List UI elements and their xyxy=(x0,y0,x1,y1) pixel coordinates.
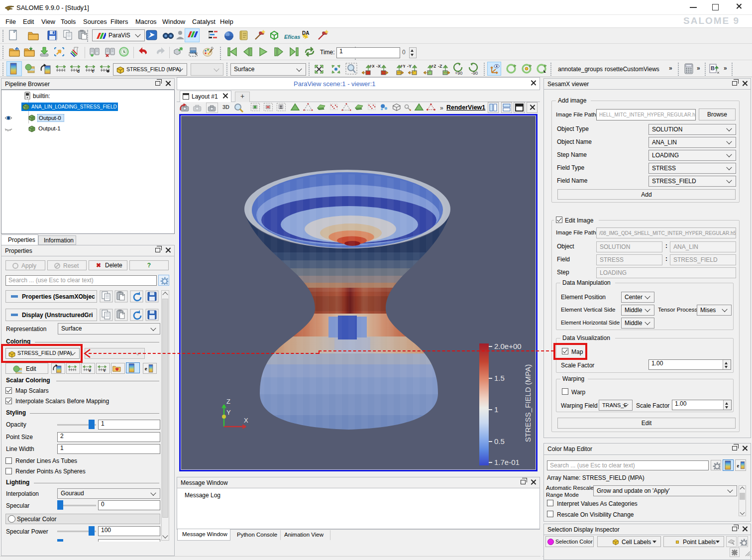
svg-text:+Y: +Y xyxy=(400,64,405,69)
svg-text:+90: +90 xyxy=(455,71,462,76)
svg-text:B: B xyxy=(711,65,715,71)
svg-text:0.5: 0.5 xyxy=(494,437,505,446)
svg-text:X: X xyxy=(244,417,248,424)
svg-text:-X: -X xyxy=(376,64,381,69)
svg-text:t: t xyxy=(92,69,94,74)
svg-text:c: c xyxy=(77,69,80,74)
svg-text:Z: Z xyxy=(226,398,230,405)
svg-text:+Z: +Z xyxy=(431,64,436,69)
svg-text:1: 1 xyxy=(494,405,498,414)
svg-text:-Y: -Y xyxy=(407,64,412,69)
svg-text:e: e xyxy=(89,368,91,373)
svg-text:2.0e+00: 2.0e+00 xyxy=(494,342,522,350)
svg-text:-90: -90 xyxy=(471,71,478,76)
svg-text:-Z: -Z xyxy=(438,64,442,69)
svg-text:STRESS_FIELD (MPA): STRESS_FIELD (MPA) xyxy=(524,364,532,442)
svg-text:+X: +X xyxy=(369,64,374,69)
svg-text:t: t xyxy=(104,368,106,373)
svg-text:1.5: 1.5 xyxy=(494,374,505,382)
svg-text:e: e xyxy=(737,463,740,468)
svg-text:e: e xyxy=(145,365,147,371)
svg-text:Y: Y xyxy=(226,409,231,416)
svg-text:1.7e-01: 1.7e-01 xyxy=(494,458,520,466)
svg-text:Eficas: Eficas xyxy=(284,34,300,40)
